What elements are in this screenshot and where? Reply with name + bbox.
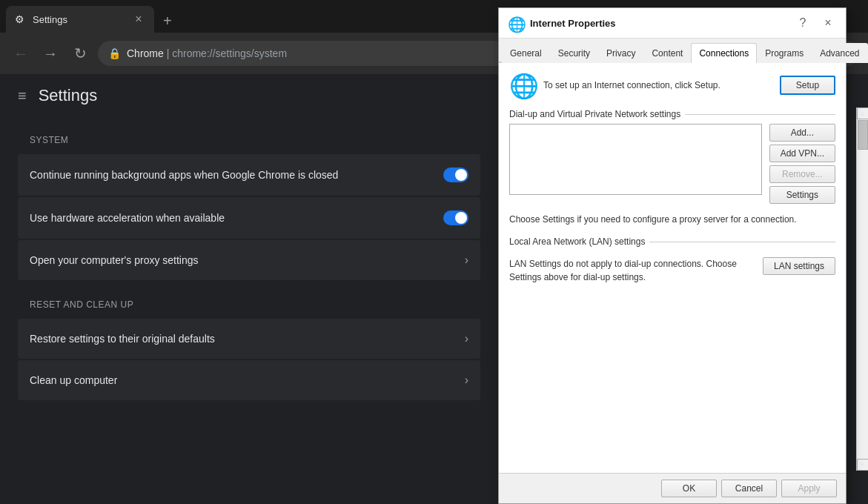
proxy-settings-item[interactable]: Open your computer's proxy settings › xyxy=(18,240,480,280)
cancel-button[interactable]: Cancel xyxy=(721,480,777,497)
tab-connections[interactable]: Connections xyxy=(691,43,757,63)
tab-privacy[interactable]: Privacy xyxy=(598,43,643,63)
tab-programs[interactable]: Programs xyxy=(757,43,812,63)
lan-section-label: Local Area Network (LAN) settings xyxy=(509,236,835,247)
dialup-section: Dial-up and Virtual Private Network sett… xyxy=(509,109,835,204)
background-apps-label: Continue running background apps when Go… xyxy=(30,169,338,181)
dialog-scrollbar[interactable]: ▲ ▼ xyxy=(856,107,868,471)
scroll-up-button[interactable]: ▲ xyxy=(857,107,868,119)
scroll-track xyxy=(857,119,868,459)
dialog-footer: OK Cancel Apply xyxy=(499,473,846,503)
tab-general[interactable]: General xyxy=(502,43,550,63)
tab-close-button[interactable]: × xyxy=(132,13,145,26)
dialog-title: Internet Properties xyxy=(530,18,786,29)
setup-description: To set up an Internet connection, click … xyxy=(543,79,772,92)
dialog-globe-icon: 🌐 xyxy=(508,16,523,30)
lan-description: LAN Settings do not apply to dial-up con… xyxy=(509,251,755,290)
system-section-title: System xyxy=(18,117,480,154)
scroll-down-button[interactable]: ▼ xyxy=(857,459,868,471)
lan-settings-button[interactable]: LAN settings xyxy=(763,257,835,275)
scroll-thumb[interactable] xyxy=(858,120,868,150)
settings-tab[interactable]: ⚙ Settings × xyxy=(6,6,154,33)
address-icon: 🔒 xyxy=(108,47,121,59)
restore-defaults-label: Restore settings to their original defau… xyxy=(30,333,215,345)
settings-tab-title: Settings xyxy=(33,14,126,25)
reset-section-title: Reset and clean up xyxy=(18,282,480,319)
settings-header: ≡ Settings xyxy=(0,74,498,117)
add-button[interactable]: Add... xyxy=(769,124,835,142)
address-text: Chrome | chrome://settings/system xyxy=(127,47,287,59)
proxy-settings-arrow-icon: › xyxy=(465,253,468,267)
dialog-body: 🌐 To set up an Internet connection, clic… xyxy=(499,63,846,473)
tab-content[interactable]: Content xyxy=(643,43,691,63)
settings-tab-icon: ⚙ xyxy=(15,13,27,25)
proxy-section: Choose Settings if you need to configure… xyxy=(509,213,835,226)
setup-row: 🌐 To set up an Internet connection, clic… xyxy=(509,72,835,99)
dialup-list[interactable] xyxy=(509,124,762,195)
new-tab-button[interactable]: + xyxy=(157,10,178,33)
settings-page: ≡ Settings System Continue running backg… xyxy=(0,74,498,504)
tab-advanced[interactable]: Advanced xyxy=(812,43,867,63)
cleanup-computer-label: Clean up computer xyxy=(30,374,117,386)
dialog-help-button[interactable]: ? xyxy=(794,14,812,32)
add-vpn-button[interactable]: Add VPN... xyxy=(769,145,835,162)
settings-button[interactable]: Settings xyxy=(769,186,835,204)
hardware-acceleration-toggle[interactable] xyxy=(443,210,468,225)
dialup-buttons: Add... Add VPN... Remove... Settings xyxy=(769,124,835,204)
forward-button[interactable]: → xyxy=(39,42,62,65)
background-apps-toggle[interactable] xyxy=(443,168,468,182)
reload-button[interactable]: ↻ xyxy=(68,42,92,65)
setup-button[interactable]: Setup xyxy=(780,76,835,95)
address-domain: Chrome xyxy=(127,47,164,59)
hardware-acceleration-item[interactable]: Use hardware acceleration when available xyxy=(18,197,480,239)
dialup-section-label: Dial-up and Virtual Private Network sett… xyxy=(509,109,835,119)
restore-defaults-arrow-icon: › xyxy=(465,332,468,345)
remove-button[interactable]: Remove... xyxy=(769,165,835,183)
setup-globe-icon: 🌐 xyxy=(509,72,536,99)
back-button[interactable]: ← xyxy=(9,42,33,65)
proxy-settings-label: Open your computer's proxy settings xyxy=(30,254,199,266)
hardware-acceleration-label: Use hardware acceleration when available xyxy=(30,212,225,224)
background-apps-item[interactable]: Continue running background apps when Go… xyxy=(18,154,480,196)
tab-security[interactable]: Security xyxy=(550,43,598,63)
dialog-close-button[interactable]: × xyxy=(819,14,837,32)
cleanup-computer-arrow-icon: › xyxy=(465,374,468,387)
ok-button[interactable]: OK xyxy=(661,480,717,497)
hamburger-menu[interactable]: ≡ xyxy=(18,87,27,105)
proxy-description: Choose Settings if you need to configure… xyxy=(509,213,835,226)
dialog-titlebar: 🌐 Internet Properties ? × xyxy=(499,8,846,39)
internet-properties-dialog: 🌐 Internet Properties ? × General Securi… xyxy=(498,7,847,504)
restore-defaults-item[interactable]: Restore settings to their original defau… xyxy=(18,319,480,359)
address-path: chrome://settings/system xyxy=(172,47,287,59)
lan-section: Local Area Network (LAN) settings LAN Se… xyxy=(509,236,835,290)
cleanup-computer-item[interactable]: Clean up computer › xyxy=(18,360,480,400)
settings-page-title: Settings xyxy=(39,86,98,105)
dialog-tab-bar: General Security Privacy Content Connect… xyxy=(499,39,846,63)
apply-button[interactable]: Apply xyxy=(781,480,837,497)
settings-content: System Continue running background apps … xyxy=(0,117,498,500)
